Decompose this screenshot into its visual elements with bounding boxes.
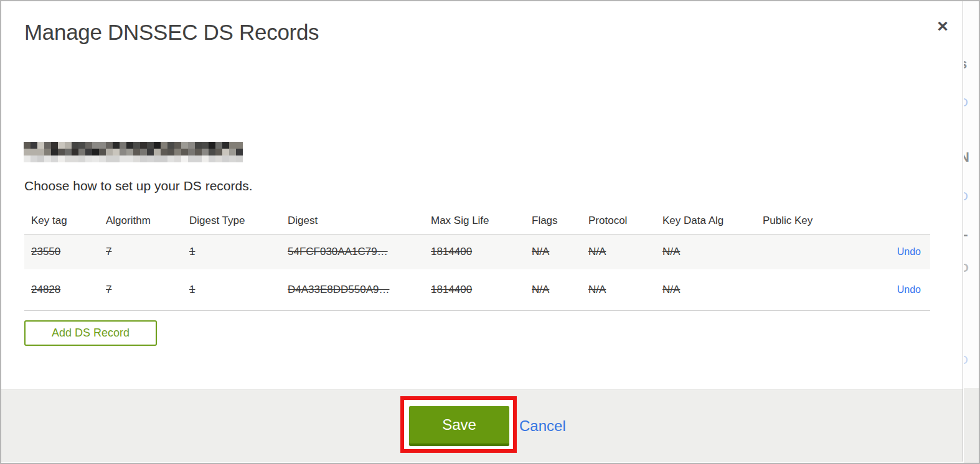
undo-link[interactable]: Undo bbox=[897, 246, 921, 257]
col-header-protocol: Protocol bbox=[582, 208, 656, 234]
col-header-algorithm: Algorithm bbox=[99, 208, 182, 234]
cell-max-sig-life: 1814400 bbox=[424, 234, 525, 269]
cell-digest-type: 1 bbox=[182, 234, 281, 269]
instruction-text: Choose how to set up your DS records. bbox=[24, 179, 253, 193]
col-header-flags: Flags bbox=[525, 208, 582, 234]
col-header-key-data-alg: Key Data Alg bbox=[656, 208, 756, 234]
cell-key-tag: 23550 bbox=[24, 234, 99, 269]
undo-link[interactable]: Undo bbox=[897, 284, 921, 295]
cell-digest-type: 1 bbox=[182, 269, 281, 311]
background-text-fragment: O bbox=[964, 261, 969, 275]
cell-public-key bbox=[756, 234, 855, 269]
page-title: Manage DNSSEC DS Records bbox=[24, 20, 319, 45]
background-text-fragment: s bbox=[964, 56, 967, 72]
col-header-digest-type: Digest Type bbox=[182, 208, 281, 234]
add-ds-record-button[interactable]: Add DS Record bbox=[24, 320, 157, 346]
background-text-fragment: L bbox=[964, 224, 968, 240]
cell-protocol: N/A bbox=[582, 269, 656, 311]
background-text-fragment: D bbox=[964, 190, 968, 203]
cancel-link[interactable]: Cancel bbox=[519, 417, 566, 435]
col-header-actions bbox=[855, 208, 930, 234]
table-row: 23550 7 1 54FCF030AA1C79… 1814400 N/A N/… bbox=[24, 234, 930, 269]
background-text-fragment: D bbox=[964, 353, 968, 367]
cell-max-sig-life: 1814400 bbox=[424, 269, 525, 311]
cell-flags: N/A bbox=[525, 234, 582, 269]
col-header-digest: Digest bbox=[281, 208, 424, 234]
table-header-row: Key tag Algorithm Digest Type Digest Max… bbox=[24, 208, 930, 234]
manage-dnssec-modal: Manage DNSSEC DS Records × Choose how to… bbox=[1, 1, 963, 462]
cell-protocol: N/A bbox=[582, 234, 656, 269]
cell-digest: D4A33E8DD550A9… bbox=[281, 269, 424, 311]
table-row: 24828 7 1 D4A33E8DD550A9… 1814400 N/A N/… bbox=[24, 269, 930, 311]
col-header-key-tag: Key tag bbox=[24, 208, 99, 234]
save-button[interactable]: Save bbox=[409, 406, 509, 446]
cell-key-data-alg: N/A bbox=[656, 234, 756, 269]
cell-key-data-alg: N/A bbox=[656, 269, 756, 311]
close-icon[interactable]: × bbox=[930, 14, 955, 39]
background-text-fragment: D bbox=[964, 96, 968, 109]
domain-name-redacted bbox=[24, 142, 243, 162]
background-text-fragment: N bbox=[964, 149, 969, 165]
background-footer-sliver bbox=[964, 388, 979, 463]
cell-digest: 54FCF030AA1C79… bbox=[281, 234, 424, 269]
ds-records-table: Key tag Algorithm Digest Type Digest Max… bbox=[24, 208, 930, 311]
background-page-sliver: sDNDLOD bbox=[964, 1, 979, 463]
cell-flags: N/A bbox=[525, 269, 582, 311]
cell-key-tag: 24828 bbox=[24, 269, 99, 311]
col-header-public-key: Public Key bbox=[756, 208, 855, 234]
cell-algorithm: 7 bbox=[99, 234, 182, 269]
cell-algorithm: 7 bbox=[99, 269, 182, 311]
cell-public-key bbox=[756, 269, 855, 311]
col-header-max-sig-life: Max Sig Life bbox=[424, 208, 525, 234]
